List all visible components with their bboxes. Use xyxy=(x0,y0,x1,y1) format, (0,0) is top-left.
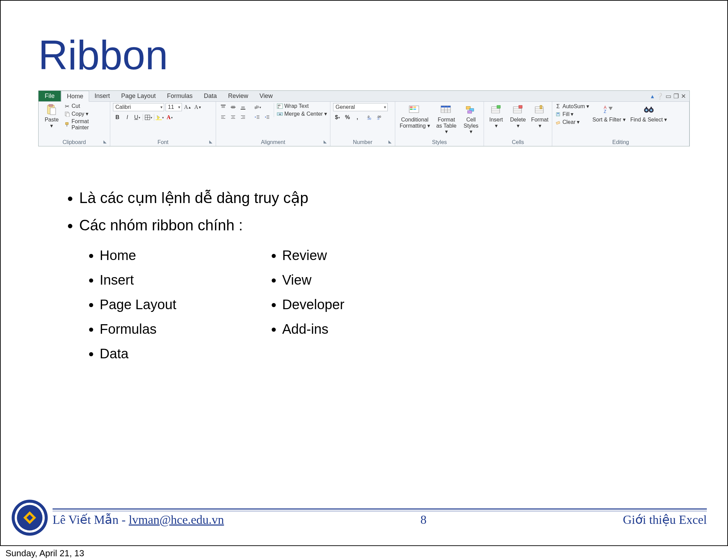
comma-icon[interactable]: , xyxy=(353,113,362,121)
svg-rect-4 xyxy=(66,113,69,117)
group-number-label: Number xyxy=(353,139,372,145)
insert-cells-icon xyxy=(489,104,503,116)
group-font: Calibri 11 A▲ A▼ B I U xyxy=(110,102,216,146)
conditional-formatting-button[interactable]: Conditional Formatting ▾ xyxy=(398,103,432,129)
decrease-decimal-icon[interactable]: .00.0 xyxy=(376,113,385,121)
align-bottom-icon[interactable] xyxy=(239,103,247,111)
font-launcher-icon[interactable]: ◣ xyxy=(209,139,212,144)
restore-icon[interactable]: ❐ xyxy=(673,92,679,100)
ribbon-collapse-icon[interactable]: ▴ xyxy=(651,92,654,100)
align-middle-icon[interactable] xyxy=(229,103,238,111)
alignment-launcher-icon[interactable]: ◣ xyxy=(324,139,327,144)
svg-text:Z: Z xyxy=(604,109,606,114)
delete-label: Delete xyxy=(510,117,526,123)
autosum-button[interactable]: ΣAutoSum ▾ xyxy=(555,103,589,110)
number-format-select[interactable]: General xyxy=(333,103,388,111)
tab-formulas[interactable]: Formulas xyxy=(161,91,198,101)
svg-point-83 xyxy=(645,109,647,111)
delete-cells-button[interactable]: Delete ▾ xyxy=(508,103,528,129)
format-painter-button[interactable]: Format Painter xyxy=(64,118,107,131)
paste-label: Paste xyxy=(45,117,59,123)
list-item: Formulas xyxy=(100,319,176,339)
svg-text:.0: .0 xyxy=(377,117,380,120)
university-logo xyxy=(11,499,48,536)
align-left-icon[interactable] xyxy=(219,113,228,121)
fill-button[interactable]: Fill ▾ xyxy=(555,111,589,117)
merge-label: Merge & Center xyxy=(284,111,323,117)
group-styles-label: Styles xyxy=(432,139,447,145)
font-name-select[interactable]: Calibri xyxy=(113,103,164,111)
sigma-icon: Σ xyxy=(555,104,561,109)
list-item: Home xyxy=(100,246,176,265)
insert-cells-button[interactable]: Insert ▾ xyxy=(486,103,506,129)
copy-button[interactable]: Copy ▾ xyxy=(64,111,107,117)
wrap-text-label: Wrap Text xyxy=(284,103,309,109)
merge-icon: a xyxy=(277,111,283,117)
tab-view[interactable]: View xyxy=(254,91,279,101)
bold-icon[interactable]: B xyxy=(113,113,122,121)
help-icon[interactable]: ❔ xyxy=(656,92,663,100)
tab-page-layout[interactable]: Page Layout xyxy=(116,91,161,101)
insert-label: Insert xyxy=(489,117,503,123)
align-top-icon[interactable] xyxy=(219,103,228,111)
clipboard-launcher-icon[interactable]: ◣ xyxy=(103,139,106,144)
slide-title: Ribbon xyxy=(38,31,690,78)
svg-rect-68 xyxy=(519,105,522,108)
decrease-indent-icon[interactable] xyxy=(253,113,262,121)
paste-button[interactable]: Paste ▾ xyxy=(41,103,62,129)
minimize-icon[interactable]: ▭ xyxy=(666,92,671,100)
svg-rect-75 xyxy=(556,121,560,124)
paste-icon xyxy=(45,104,58,116)
scissors-icon: ✂ xyxy=(64,103,70,109)
clear-button[interactable]: Clear ▾ xyxy=(555,119,589,125)
wrap-text-button[interactable]: abcWrap Text xyxy=(277,103,327,109)
svg-text:.00: .00 xyxy=(367,117,371,120)
tab-file[interactable]: File xyxy=(39,91,61,101)
font-color-icon[interactable]: A xyxy=(165,113,174,121)
format-cells-button[interactable]: Format ▾ xyxy=(530,103,550,129)
merge-center-button[interactable]: aMerge & Center ▾ xyxy=(277,111,327,117)
percent-icon[interactable]: % xyxy=(343,113,352,121)
close-icon[interactable]: ✕ xyxy=(681,92,686,100)
underline-icon[interactable]: U xyxy=(133,113,142,121)
bullet-content: Là các cụm lệnh dễ dàng truy cập Các nhó… xyxy=(62,187,690,369)
svg-rect-6 xyxy=(67,125,67,127)
increase-indent-icon[interactable] xyxy=(263,113,272,121)
group-clipboard: Paste ▾ ✂Cut Copy ▾ Format Painter Clipb… xyxy=(39,102,110,146)
bullet-1: Là các cụm lệnh dễ dàng truy cập xyxy=(79,187,690,209)
grow-font-icon[interactable]: A▲ xyxy=(183,103,192,111)
list-item: Developer xyxy=(282,295,344,314)
format-as-table-button[interactable]: Format as Table ▾ xyxy=(434,103,459,135)
tab-review[interactable]: Review xyxy=(223,91,254,101)
svg-marker-37 xyxy=(265,116,266,118)
italic-icon[interactable]: I xyxy=(123,113,132,121)
align-right-icon[interactable] xyxy=(239,113,247,121)
align-center-icon[interactable] xyxy=(229,113,238,121)
sort-filter-icon: AZ xyxy=(602,104,616,116)
cf-label: Conditional Formatting xyxy=(400,117,428,129)
find-select-button[interactable]: Find & Select ▾ xyxy=(629,103,669,124)
sort-filter-button[interactable]: AZ Sort & Filter ▾ xyxy=(591,103,627,124)
footer-author: Lê Viết Mẫn - lvman@hce.edu.vn xyxy=(53,513,224,527)
shrink-font-icon[interactable]: A▼ xyxy=(194,103,202,111)
bullet-2: Các nhóm ribbon chính : xyxy=(79,215,690,236)
ribbon-tabs: File Home Insert Page Layout Formulas Da… xyxy=(39,91,689,102)
accounting-format-icon[interactable]: $ xyxy=(333,113,342,121)
footer-rule-thin xyxy=(53,511,707,511)
borders-icon[interactable] xyxy=(144,113,153,121)
sub-bullets-col2: Review View Developer Add-ins xyxy=(265,246,344,369)
tab-insert[interactable]: Insert xyxy=(89,91,116,101)
increase-decimal-icon[interactable]: .0.00 xyxy=(366,113,375,121)
list-item: Data xyxy=(100,344,176,363)
fill-color-icon[interactable] xyxy=(155,113,164,121)
ribbon-groups: Paste ▾ ✂Cut Copy ▾ Format Painter Clipb… xyxy=(39,102,689,146)
svg-rect-2 xyxy=(50,108,56,115)
number-launcher-icon[interactable]: ◣ xyxy=(388,139,391,144)
cell-styles-button[interactable]: Cell Styles ▾ xyxy=(461,103,481,135)
clear-label: Clear xyxy=(562,119,575,125)
cut-button[interactable]: ✂Cut xyxy=(64,103,107,109)
font-size-select[interactable]: 11 xyxy=(166,103,182,111)
tab-home[interactable]: Home xyxy=(61,91,89,102)
tab-data[interactable]: Data xyxy=(198,91,223,101)
orientation-icon[interactable]: ab xyxy=(253,103,262,111)
